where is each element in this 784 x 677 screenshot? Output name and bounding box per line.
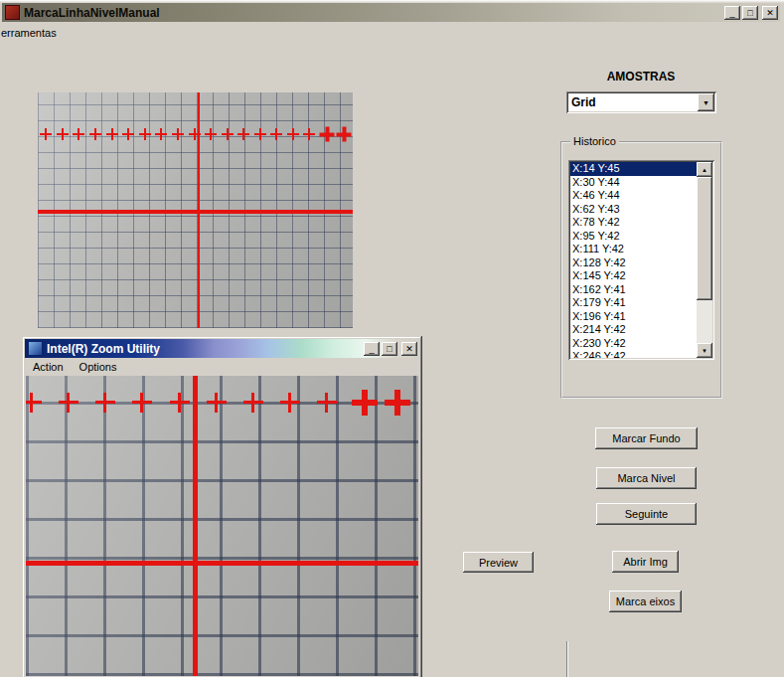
zoom-utility-window: Intel(R) Zoom Utility _ □ ✕ Action Optio… (22, 336, 422, 677)
zoom-minimize-button[interactable]: _ (364, 342, 380, 356)
marcar-fundo-button[interactable]: Marcar Fundo (595, 427, 698, 449)
sample-cross-marker (254, 128, 266, 140)
scroll-down-icon[interactable]: ▼ (697, 343, 712, 358)
historico-item[interactable]: X:230 Y:42 (570, 337, 697, 351)
historico-item[interactable]: X:14 Y:45 (570, 162, 697, 176)
menu-action[interactable]: Action (25, 360, 72, 374)
maximize-button[interactable]: □ (742, 6, 758, 20)
historico-item[interactable]: X:179 Y:41 (570, 296, 697, 310)
historico-item[interactable]: X:214 Y:42 (570, 323, 697, 337)
zoom-window-title: Intel(R) Zoom Utility (47, 342, 160, 356)
sample-cross-marker (95, 393, 115, 413)
sample-cross-marker (205, 128, 217, 140)
sample-cross-marker (320, 127, 335, 142)
sample-cross-marker (40, 128, 52, 140)
app-icon[interactable] (5, 5, 20, 20)
sample-cross-marker (303, 128, 315, 140)
amostras-label: AMOSTRAS (566, 70, 715, 84)
sample-cross-marker (385, 390, 410, 416)
dropdown-selected-value: Grid (571, 95, 596, 109)
sample-cross-marker (26, 393, 42, 413)
historico-item[interactable]: X:78 Y:42 (570, 216, 697, 230)
window-title: MarcaLinhaNivelManual (24, 6, 160, 20)
zoom-close-button[interactable]: ✕ (401, 342, 417, 356)
sample-cross-marker (172, 128, 184, 140)
axis-line-vertical (193, 376, 198, 676)
historico-item-list: X:14 Y:45X:30 Y:44X:46 Y:44X:62 Y:43X:78… (570, 162, 697, 358)
historico-item[interactable]: X:95 Y:42 (570, 230, 697, 244)
sample-cross-marker (270, 128, 282, 140)
historico-listbox[interactable]: X:14 Y:45X:30 Y:44X:46 Y:44X:62 Y:43X:78… (568, 160, 714, 360)
level-line-horizontal (26, 561, 418, 566)
close-button[interactable]: ✕ (762, 6, 778, 20)
sample-cross-marker (132, 393, 152, 413)
abrir-img-button[interactable]: Abrir Img (612, 551, 679, 573)
minimize-button[interactable]: _ (724, 6, 740, 20)
historico-item[interactable]: X:62 Y:43 (570, 203, 697, 217)
historico-item[interactable]: X:128 Y:42 (570, 256, 697, 270)
zoom-titlebar[interactable]: Intel(R) Zoom Utility _ □ ✕ (25, 339, 419, 358)
main-menubar: erramentas (0, 24, 784, 41)
seguinte-button[interactable]: Seguinte (596, 503, 697, 525)
listbox-scrollbar[interactable]: ▲ ▼ (697, 162, 712, 358)
sample-cross-marker (170, 393, 190, 413)
sample-cross-marker (287, 128, 299, 140)
sample-cross-marker (139, 128, 151, 140)
zoom-maximize-button[interactable]: □ (382, 342, 397, 356)
historico-item[interactable]: X:196 Y:41 (570, 310, 697, 324)
sample-cross-marker (106, 128, 118, 140)
scrollbar-thumb[interactable] (697, 177, 712, 300)
dropdown-arrow-icon[interactable]: ▼ (698, 93, 714, 111)
sample-cross-marker (207, 393, 227, 413)
sample-cross-marker (73, 128, 84, 140)
sample-cross-marker (59, 393, 78, 413)
historico-item[interactable]: X:46 Y:44 (570, 189, 697, 203)
sample-cross-marker (89, 128, 101, 140)
sample-cross-marker (352, 390, 378, 416)
sample-cross-marker (317, 393, 337, 413)
sample-cross-marker (122, 128, 134, 140)
historico-item[interactable]: X:162 Y:41 (570, 283, 697, 297)
historico-groupbox: Historico X:14 Y:45X:30 Y:44X:46 Y:44X:6… (560, 141, 722, 399)
historico-item[interactable]: X:111 Y:42 (570, 243, 697, 256)
main-titlebar[interactable]: MarcaLinhaNivelManual _ □ ✕ (2, 3, 780, 22)
sample-cross-marker (189, 128, 201, 140)
historico-item[interactable]: X:30 Y:44 (570, 176, 697, 190)
grid-photo[interactable] (38, 92, 353, 328)
sample-cross-marker (237, 128, 249, 140)
zoom-menubar: Action Options (25, 358, 419, 376)
historico-item[interactable]: X:145 Y:42 (570, 269, 697, 283)
menu-options[interactable]: Options (72, 360, 125, 374)
sample-cross-marker (280, 393, 300, 413)
sample-cross-marker (222, 128, 234, 140)
historico-item[interactable]: X:246 Y:42 (570, 350, 697, 358)
scroll-up-icon[interactable]: ▲ (697, 162, 712, 177)
marca-eixos-button[interactable]: Marca eixos (609, 591, 682, 612)
panel-divider (566, 641, 568, 677)
sample-cross-marker (243, 393, 263, 413)
level-line-horizontal (38, 210, 353, 214)
zoom-app-icon[interactable] (28, 341, 43, 356)
historico-label: Historico (570, 135, 619, 147)
sample-cross-marker (337, 127, 352, 142)
zoom-grid-photo[interactable] (26, 376, 418, 676)
sample-cross-marker (155, 128, 167, 140)
amostras-dropdown[interactable]: Grid ▼ (566, 91, 716, 113)
preview-button[interactable]: Preview (463, 552, 534, 573)
sample-cross-marker (57, 128, 69, 140)
marca-nivel-button[interactable]: Marca Nivel (596, 467, 697, 489)
menu-ferramentas[interactable]: erramentas (0, 26, 62, 40)
